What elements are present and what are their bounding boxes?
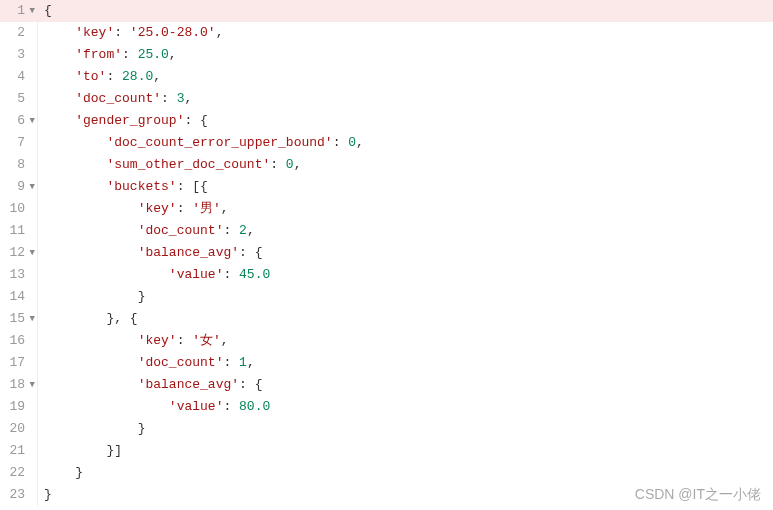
code-line: 'sum_other_doc_count': 0, xyxy=(38,154,773,176)
token-punct: : xyxy=(114,25,130,40)
line-number: 6▼ xyxy=(0,110,37,132)
code-line: 'doc_count': 3, xyxy=(38,88,773,110)
code-line: { xyxy=(38,0,773,22)
token-punct: } xyxy=(138,421,146,436)
token-num: 45.0 xyxy=(239,267,270,282)
code-line: 'gender_group': { xyxy=(38,110,773,132)
token-punct: : xyxy=(333,135,349,150)
line-number: 2 xyxy=(0,22,37,44)
token-punct: , xyxy=(216,25,224,40)
line-number: 10 xyxy=(0,198,37,220)
token-key: 'doc_count' xyxy=(75,91,161,106)
token-punct: : xyxy=(161,91,177,106)
token-key: '女' xyxy=(192,333,221,348)
code-line: 'value': 45.0 xyxy=(38,264,773,286)
token-key: 'key' xyxy=(138,201,177,216)
token-key: 'buckets' xyxy=(106,179,176,194)
code-editor: 1▼23456▼789▼101112▼131415▼161718▼1920212… xyxy=(0,0,773,506)
fold-toggle-icon[interactable]: ▼ xyxy=(30,374,35,396)
code-line: 'from': 25.0, xyxy=(38,44,773,66)
fold-toggle-icon[interactable]: ▼ xyxy=(30,0,35,22)
code-line: 'balance_avg': { xyxy=(38,374,773,396)
token-punct: }, { xyxy=(106,311,137,326)
code-area: { 'key': '25.0-28.0', 'from': 25.0, 'to'… xyxy=(38,0,773,506)
token-num: 0 xyxy=(348,135,356,150)
line-number: 11 xyxy=(0,220,37,242)
code-line: } xyxy=(38,286,773,308)
line-number: 23 xyxy=(0,484,37,506)
token-key: 'value' xyxy=(169,399,224,414)
token-punct: } xyxy=(138,289,146,304)
token-punct: { xyxy=(44,3,52,18)
token-key: 'balance_avg' xyxy=(138,377,239,392)
token-punct: , xyxy=(356,135,364,150)
token-punct: : xyxy=(223,355,239,370)
token-num: 28.0 xyxy=(122,69,153,84)
line-number: 17 xyxy=(0,352,37,374)
line-number: 13 xyxy=(0,264,37,286)
token-punct: : xyxy=(122,47,138,62)
line-number: 18▼ xyxy=(0,374,37,396)
token-punct: } xyxy=(75,465,83,480)
line-number: 16 xyxy=(0,330,37,352)
code-line: } xyxy=(38,462,773,484)
token-key: 'balance_avg' xyxy=(138,245,239,260)
line-number: 12▼ xyxy=(0,242,37,264)
token-punct: : [{ xyxy=(177,179,208,194)
code-line: 'key': '男', xyxy=(38,198,773,220)
token-key: 'from' xyxy=(75,47,122,62)
token-num: 25.0 xyxy=(138,47,169,62)
line-number: 5 xyxy=(0,88,37,110)
token-punct: , xyxy=(294,157,302,172)
code-line: } xyxy=(38,418,773,440)
line-number: 22 xyxy=(0,462,37,484)
token-key: 'doc_count' xyxy=(138,355,224,370)
code-line: } xyxy=(38,484,773,506)
line-number: 15▼ xyxy=(0,308,37,330)
line-number: 4 xyxy=(0,66,37,88)
fold-toggle-icon[interactable]: ▼ xyxy=(30,242,35,264)
token-num: 1 xyxy=(239,355,247,370)
token-punct: : { xyxy=(184,113,207,128)
token-punct: : { xyxy=(239,377,262,392)
token-num: 80.0 xyxy=(239,399,270,414)
token-punct: , xyxy=(153,69,161,84)
token-punct: : xyxy=(223,223,239,238)
code-line: 'doc_count': 2, xyxy=(38,220,773,242)
token-key: 'gender_group' xyxy=(75,113,184,128)
line-number: 19 xyxy=(0,396,37,418)
line-number: 1▼ xyxy=(0,0,37,22)
token-key: 'key' xyxy=(75,25,114,40)
line-number: 7 xyxy=(0,132,37,154)
token-key: 'doc_count' xyxy=(138,223,224,238)
code-line: 'balance_avg': { xyxy=(38,242,773,264)
token-punct: , xyxy=(169,47,177,62)
line-number-gutter: 1▼23456▼789▼101112▼131415▼161718▼1920212… xyxy=(0,0,38,506)
line-number: 20 xyxy=(0,418,37,440)
token-num: 0 xyxy=(286,157,294,172)
code-line: }, { xyxy=(38,308,773,330)
fold-toggle-icon[interactable]: ▼ xyxy=(30,110,35,132)
token-punct: , xyxy=(247,223,255,238)
fold-toggle-icon[interactable]: ▼ xyxy=(30,176,35,198)
token-punct: , xyxy=(221,333,229,348)
code-line: 'key': '女', xyxy=(38,330,773,352)
line-number: 21 xyxy=(0,440,37,462)
code-line: 'to': 28.0, xyxy=(38,66,773,88)
token-punct: , xyxy=(247,355,255,370)
code-line: 'doc_count_error_upper_bound': 0, xyxy=(38,132,773,154)
code-line: 'doc_count': 1, xyxy=(38,352,773,374)
token-key: 'to' xyxy=(75,69,106,84)
line-number: 8 xyxy=(0,154,37,176)
token-key: '男' xyxy=(192,201,221,216)
token-punct: : xyxy=(270,157,286,172)
line-number: 9▼ xyxy=(0,176,37,198)
code-line: 'value': 80.0 xyxy=(38,396,773,418)
token-punct: , xyxy=(184,91,192,106)
code-line: 'key': '25.0-28.0', xyxy=(38,22,773,44)
token-key: 'doc_count_error_upper_bound' xyxy=(106,135,332,150)
token-key: 'key' xyxy=(138,333,177,348)
fold-toggle-icon[interactable]: ▼ xyxy=(30,308,35,330)
token-punct: } xyxy=(44,487,52,502)
token-punct: : xyxy=(106,69,122,84)
